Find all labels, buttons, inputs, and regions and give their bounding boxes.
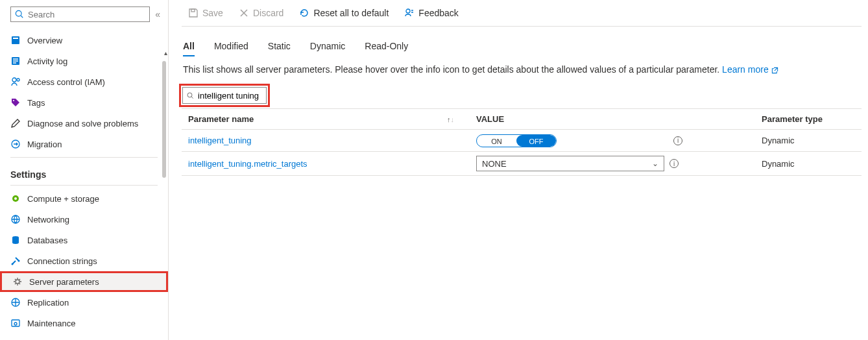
sidebar-search-input[interactable] bbox=[28, 10, 145, 19]
nav-section: Settings bbox=[0, 160, 168, 182]
save-label: Save bbox=[202, 8, 223, 18]
nav-item-replication[interactable]: Replication bbox=[0, 292, 168, 313]
nav-item-connection-strings[interactable]: Connection strings bbox=[0, 250, 168, 271]
nav-item-databases[interactable]: Databases bbox=[0, 230, 168, 250]
tab-modified[interactable]: Modified bbox=[214, 41, 248, 56]
filter-input[interactable] bbox=[198, 91, 262, 101]
feedback-label: Feedback bbox=[418, 8, 458, 18]
migration-icon bbox=[10, 139, 21, 149]
nav-item-label: Networking bbox=[27, 215, 69, 225]
svg-point-10 bbox=[14, 197, 17, 200]
discard-label: Discard bbox=[253, 8, 283, 18]
search-icon bbox=[15, 10, 24, 19]
table-row: intelligent_tuning ONOFFi Dynamic bbox=[182, 130, 862, 152]
nav-item-label: Connection strings bbox=[27, 256, 97, 266]
reset-icon bbox=[299, 8, 309, 18]
nav-item-label: Server parameters bbox=[29, 277, 99, 287]
sidebar: « ▴ OverviewActivity logAccess control (… bbox=[0, 0, 169, 340]
tags-icon bbox=[10, 97, 21, 108]
svg-point-7 bbox=[13, 100, 14, 101]
conn-icon bbox=[10, 256, 21, 266]
svg-rect-3 bbox=[13, 38, 18, 39]
nav-item-high-availability[interactable]: High availability bbox=[0, 334, 168, 340]
nav-item-label: Tags bbox=[27, 98, 45, 108]
reset-button[interactable]: Reset all to default bbox=[299, 8, 389, 18]
nav-item-tags[interactable]: Tags bbox=[0, 92, 168, 113]
svg-point-15 bbox=[16, 280, 19, 284]
param-link[interactable]: intelligent_tuning.metric_targets bbox=[188, 159, 307, 169]
tab-all[interactable]: All bbox=[183, 41, 195, 56]
nav-item-migration[interactable]: Migration bbox=[0, 134, 168, 154]
reset-label: Reset all to default bbox=[313, 8, 389, 18]
nav-item-label: Migration bbox=[27, 140, 62, 149]
col-parameter-type[interactable]: Parameter type bbox=[759, 114, 862, 124]
feedback-button[interactable]: Feedback bbox=[404, 8, 458, 18]
toggle-intelligent_tuning[interactable]: ONOFF bbox=[476, 134, 557, 147]
sort-icon[interactable]: ↑↓ bbox=[447, 115, 454, 123]
scroll-arrow-up-icon[interactable]: ▴ bbox=[164, 49, 167, 56]
svg-rect-19 bbox=[191, 9, 195, 12]
svg-point-22 bbox=[406, 9, 410, 13]
activity-icon bbox=[10, 56, 21, 66]
compute-icon bbox=[10, 193, 21, 204]
networking-icon bbox=[10, 214, 21, 225]
nav-item-label: Overview bbox=[27, 36, 62, 45]
diagnose-icon bbox=[10, 118, 21, 128]
collapse-sidebar-icon[interactable]: « bbox=[155, 9, 160, 19]
save-icon bbox=[188, 8, 199, 18]
grid-header: Parameter name ↑↓ VALUE Parameter type bbox=[182, 108, 862, 130]
search-icon bbox=[187, 91, 194, 100]
col-value[interactable]: VALUE bbox=[467, 114, 759, 124]
svg-point-5 bbox=[12, 78, 16, 82]
nav-item-label: Activity log bbox=[27, 56, 67, 66]
nav-item-diagnose-and-solve-problems[interactable]: Diagnose and solve problems bbox=[0, 113, 168, 134]
tab-bar: AllModifiedStaticDynamicRead-Only bbox=[183, 41, 862, 56]
nav-item-label: Maintenance bbox=[27, 319, 75, 328]
nav-item-access-control-iam-[interactable]: Access control (IAM) bbox=[0, 71, 168, 92]
toolbar: Save Discard Reset all to default Feedba… bbox=[182, 4, 862, 27]
nav-item-label: Access control (IAM) bbox=[27, 77, 105, 87]
svg-point-6 bbox=[17, 79, 19, 81]
nav-item-activity-log[interactable]: Activity log bbox=[0, 51, 168, 71]
nav-item-label: Compute + storage bbox=[27, 194, 99, 204]
col-parameter-name[interactable]: Parameter name ↑↓ bbox=[182, 114, 467, 124]
tab-static[interactable]: Static bbox=[268, 41, 291, 56]
table-row: intelligent_tuning.metric_targets NONE⌄i… bbox=[182, 152, 862, 176]
nav-item-maintenance[interactable]: Maintenance bbox=[0, 313, 168, 334]
nav-item-server-parameters[interactable]: Server parameters bbox=[0, 271, 168, 292]
replication-icon bbox=[10, 297, 21, 308]
nav-item-overview[interactable]: Overview bbox=[0, 30, 168, 51]
info-icon[interactable]: i bbox=[669, 159, 679, 168]
svg-rect-2 bbox=[12, 36, 19, 44]
info-icon[interactable]: i bbox=[673, 136, 682, 145]
description-text: This list shows all server parameters. P… bbox=[183, 64, 722, 75]
access-icon bbox=[10, 77, 21, 87]
scroll-thumb[interactable] bbox=[162, 61, 166, 178]
nav-item-networking[interactable]: Networking bbox=[0, 209, 168, 230]
sidebar-nav: ▴ OverviewActivity logAccess control (IA… bbox=[0, 30, 168, 340]
svg-point-14 bbox=[18, 260, 20, 262]
tab-dynamic[interactable]: Dynamic bbox=[310, 41, 345, 56]
svg-point-23 bbox=[187, 92, 192, 97]
svg-point-18 bbox=[14, 322, 17, 325]
svg-point-13 bbox=[12, 263, 14, 265]
nav-item-label: Replication bbox=[27, 298, 69, 308]
external-link-icon bbox=[771, 67, 778, 74]
nav-item-compute-storage[interactable]: Compute + storage bbox=[0, 188, 168, 209]
sidebar-search[interactable] bbox=[10, 6, 150, 22]
description: This list shows all server parameters. P… bbox=[183, 64, 862, 75]
select-intelligent_tuning.metric_targets[interactable]: NONE⌄ bbox=[476, 156, 664, 171]
param-link[interactable]: intelligent_tuning bbox=[188, 136, 252, 145]
svg-line-24 bbox=[191, 97, 193, 98]
main-content: Save Discard Reset all to default Feedba… bbox=[169, 0, 868, 340]
databases-icon bbox=[10, 235, 21, 245]
maintenance-icon bbox=[10, 318, 21, 328]
learn-more-link[interactable]: Learn more bbox=[722, 64, 778, 75]
overview-icon bbox=[10, 35, 21, 45]
filter-input-wrapper[interactable] bbox=[182, 87, 267, 104]
tab-read-only[interactable]: Read-Only bbox=[365, 41, 408, 56]
save-button[interactable]: Save bbox=[188, 8, 223, 18]
discard-button[interactable]: Discard bbox=[239, 8, 283, 18]
svg-line-1 bbox=[21, 16, 23, 18]
discard-icon bbox=[239, 8, 249, 18]
